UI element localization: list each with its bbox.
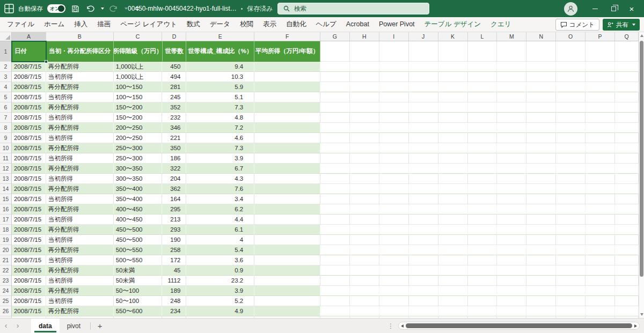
- cell-A7[interactable]: 2008/7/15: [12, 113, 46, 123]
- cell-M2[interactable]: [497, 62, 526, 72]
- cell-M25[interactable]: [497, 296, 526, 306]
- cell-Q10[interactable]: [615, 143, 639, 153]
- cell-O15[interactable]: [556, 194, 586, 204]
- cell-L16[interactable]: [468, 204, 497, 214]
- cell-D17[interactable]: 213: [162, 214, 186, 225]
- column-header-J[interactable]: J: [409, 32, 438, 41]
- cell-Q8[interactable]: [615, 123, 639, 133]
- cell-K14[interactable]: [438, 184, 468, 194]
- undo-icon[interactable]: [85, 3, 96, 14]
- cell-C20[interactable]: 500〜550: [114, 245, 163, 255]
- cell-M20[interactable]: [497, 245, 526, 255]
- cell-F11[interactable]: [254, 153, 320, 164]
- horizontal-scrollbar[interactable]: [398, 322, 640, 330]
- cell-K12[interactable]: [438, 164, 468, 174]
- cell-B1[interactable]: 当初・再分配所得区分: [46, 41, 114, 62]
- cell-H5[interactable]: [350, 92, 379, 102]
- cell-I5[interactable]: [379, 92, 409, 102]
- cell-K23[interactable]: [438, 276, 468, 286]
- cell-F6[interactable]: [254, 102, 320, 113]
- cell-H15[interactable]: [350, 194, 379, 204]
- cell-J3[interactable]: [409, 72, 438, 82]
- cell-M8[interactable]: [497, 123, 526, 133]
- cell-A19[interactable]: 2008/7/15: [12, 235, 46, 245]
- cell-E16[interactable]: 6.2: [186, 204, 254, 214]
- cell-Q6[interactable]: [615, 102, 639, 113]
- cell-C3[interactable]: 1,000以上: [114, 72, 163, 82]
- cell-F26[interactable]: [254, 306, 320, 316]
- cell-C25[interactable]: 50〜100: [114, 296, 163, 306]
- cell-Q3[interactable]: [615, 72, 639, 82]
- cell-B19[interactable]: 当初所得: [46, 235, 114, 245]
- cell-E25[interactable]: 5.2: [186, 296, 254, 306]
- scroll-down-icon[interactable]: [640, 313, 643, 316]
- cell-M16[interactable]: [497, 204, 526, 214]
- cell-M5[interactable]: [497, 92, 526, 102]
- cell-I20[interactable]: [379, 245, 409, 255]
- cell-I25[interactable]: [379, 296, 409, 306]
- cell-D11[interactable]: 186: [162, 153, 186, 164]
- cell-I19[interactable]: [379, 235, 409, 245]
- cell-J16[interactable]: [409, 204, 438, 214]
- cell-N24[interactable]: [526, 286, 556, 296]
- cell-D1[interactable]: 世帯数: [163, 41, 187, 62]
- cell-Q2[interactable]: [615, 62, 639, 72]
- cell-F7[interactable]: [254, 113, 320, 123]
- save-icon[interactable]: [70, 3, 80, 14]
- cell-A26[interactable]: 2008/7/15: [12, 306, 46, 316]
- cell-L2[interactable]: [468, 62, 497, 72]
- cell-P4[interactable]: [586, 82, 615, 92]
- cell-Q13[interactable]: [615, 174, 639, 184]
- cell-O19[interactable]: [556, 235, 586, 245]
- cell-O22[interactable]: [556, 265, 586, 276]
- cell-F16[interactable]: [254, 204, 320, 214]
- cell-O7[interactable]: [556, 113, 586, 123]
- cell-P25[interactable]: [586, 296, 615, 306]
- cell-N5[interactable]: [526, 92, 556, 102]
- cell-P7[interactable]: [586, 113, 615, 123]
- cell-O14[interactable]: [556, 184, 586, 194]
- cell-N15[interactable]: [526, 194, 556, 204]
- cell-B9[interactable]: 当初所得: [46, 133, 114, 143]
- cell-O17[interactable]: [556, 214, 586, 225]
- cell-A24[interactable]: 2008/7/15: [12, 286, 46, 296]
- cell-K17[interactable]: [438, 214, 468, 225]
- row-header-15[interactable]: 15: [0, 194, 12, 204]
- cell-C26[interactable]: 550〜600: [114, 306, 163, 316]
- cell-Q23[interactable]: [615, 276, 639, 286]
- cell-E13[interactable]: 4.3: [186, 174, 254, 184]
- ribbon-tab[interactable]: テーブル デザイン: [420, 17, 486, 32]
- cell-A2[interactable]: 2008/7/15: [12, 62, 46, 72]
- cell-C9[interactable]: 200〜250: [114, 133, 163, 143]
- row-header-22[interactable]: 22: [0, 265, 12, 276]
- ribbon-tab[interactable]: ファイル: [2, 17, 39, 32]
- cell-O18[interactable]: [556, 225, 586, 235]
- sheet-tab-data[interactable]: data: [31, 319, 60, 333]
- cell-I17[interactable]: [379, 214, 409, 225]
- cell-P18[interactable]: [586, 225, 615, 235]
- cell-K25[interactable]: [438, 296, 468, 306]
- cell-F14[interactable]: [254, 184, 320, 194]
- cell-B4[interactable]: 再分配所得: [46, 82, 114, 92]
- cell-N3[interactable]: [526, 72, 556, 82]
- cell-L18[interactable]: [468, 225, 497, 235]
- sheet-tab-pivot[interactable]: pivot: [60, 319, 88, 333]
- cell-I13[interactable]: [379, 174, 409, 184]
- close-button[interactable]: ×: [623, 0, 641, 17]
- cell-B16[interactable]: 再分配所得: [46, 204, 114, 214]
- row-header-4[interactable]: 4: [0, 82, 12, 92]
- cell-Q17[interactable]: [615, 214, 639, 225]
- vertical-scrollbar-thumb[interactable]: [640, 41, 643, 277]
- sheet-nav-next-icon[interactable]: ›: [12, 319, 24, 333]
- cell-H26[interactable]: [350, 306, 379, 316]
- cell-H2[interactable]: [350, 62, 379, 72]
- row-header-9[interactable]: 9: [0, 133, 12, 143]
- cell-G25[interactable]: [320, 296, 350, 306]
- cell-M13[interactable]: [497, 174, 526, 184]
- cell-E15[interactable]: 3.4: [186, 194, 254, 204]
- cell-I10[interactable]: [379, 143, 409, 153]
- cell-J21[interactable]: [409, 255, 438, 265]
- cell-P10[interactable]: [586, 143, 615, 153]
- cell-M15[interactable]: [497, 194, 526, 204]
- cell-J20[interactable]: [409, 245, 438, 255]
